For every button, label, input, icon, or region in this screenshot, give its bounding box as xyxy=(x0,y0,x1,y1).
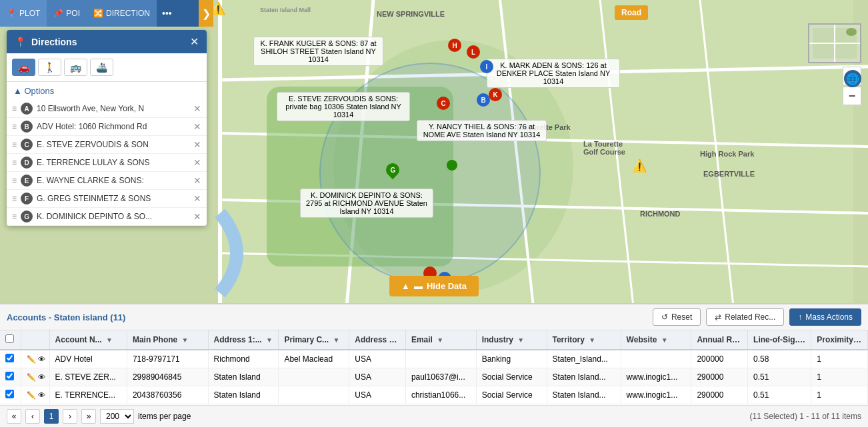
cell-addr1-0: Richmond xyxy=(208,350,279,368)
map-label-kugler: K. FRANK KUGLER & SONS: 87 at SHILOH STR… xyxy=(253,37,383,66)
data-table: Account N... ▼ Main Phone ▼ Address 1:..… xyxy=(0,330,868,404)
map-pin-H[interactable]: H xyxy=(448,39,461,52)
sort-icon-website: ▼ xyxy=(661,336,668,344)
edit-icon-0[interactable]: ✏️ xyxy=(27,355,36,364)
th-account-name[interactable]: Account N... ▼ xyxy=(49,330,127,350)
drag-handle-A[interactable]: ≡ xyxy=(12,104,17,113)
drag-handle-B[interactable]: ≡ xyxy=(12,122,17,131)
map-pin-I[interactable]: I xyxy=(480,60,493,73)
cell-checkbox-0[interactable] xyxy=(0,350,21,368)
direction-button[interactable]: 🔀 DIRECTION xyxy=(87,0,157,27)
transport-walk-button[interactable]: 🚶 xyxy=(38,59,61,76)
th-proximity[interactable]: Proximity ... ▼ xyxy=(811,330,868,350)
view-icon-0[interactable]: 👁 xyxy=(38,355,45,363)
globe-button[interactable]: 🌐 xyxy=(844,70,861,87)
header-actions: ↺ Reset ⇄ Related Rec... ↑ Mass Actions xyxy=(653,308,861,326)
th-website[interactable]: Website ▼ xyxy=(621,330,691,350)
th-address1b[interactable]: Address 1:... ▼ xyxy=(349,330,406,350)
waypoint-letter-D: D xyxy=(21,157,33,169)
drag-handle-F[interactable]: ≡ xyxy=(12,194,17,203)
transport-bus-button[interactable]: 🚌 xyxy=(64,59,87,76)
waypoint-input-E[interactable] xyxy=(37,176,189,185)
transport-car-button[interactable]: 🚗 xyxy=(12,59,35,76)
cell-addr1b-0: USA xyxy=(349,350,406,368)
waypoint-clear-G[interactable]: ✕ xyxy=(193,211,201,222)
waypoint-input-C[interactable] xyxy=(37,140,189,149)
page-last-button[interactable]: » xyxy=(81,409,96,424)
per-page-select[interactable]: 50 100 200 500 xyxy=(100,409,134,424)
drag-handle-D[interactable]: ≡ xyxy=(12,158,17,167)
options-toggle[interactable]: ▲ Options xyxy=(7,82,207,100)
more-options-button[interactable]: ••• xyxy=(157,4,177,23)
cell-annual-0: 200000 xyxy=(691,350,748,368)
th-address1[interactable]: Address 1:... ▼ xyxy=(208,330,279,350)
transport-boat-button[interactable]: 🚢 xyxy=(90,59,113,76)
waypoint-clear-A[interactable]: ✕ xyxy=(193,103,201,114)
page-first-button[interactable]: « xyxy=(7,409,21,424)
collapse-button[interactable]: ❯ xyxy=(199,0,213,27)
cell-checkbox-1[interactable] xyxy=(0,368,21,386)
reset-button[interactable]: ↺ Reset xyxy=(653,308,701,326)
cell-checkbox-2[interactable] xyxy=(0,386,21,404)
th-email[interactable]: Email ▼ xyxy=(405,330,476,350)
th-main-phone[interactable]: Main Phone ▼ xyxy=(127,330,208,350)
th-line-of-sig[interactable]: Line-of-Sig... ▼ xyxy=(748,330,811,350)
cell-proximity-0: 1 xyxy=(811,350,868,368)
mass-actions-icon: ↑ xyxy=(798,312,802,322)
page-next-button[interactable]: › xyxy=(63,409,77,424)
waypoints-list: ≡ A ✕ ≡ B ✕ ≡ C ✕ ≡ D ✕ ≡ E ✕ xyxy=(7,100,207,226)
map-pin-L[interactable]: L xyxy=(467,45,480,59)
cell-territory-0: Staten_Island... xyxy=(547,350,621,368)
waypoint-input-G[interactable] xyxy=(37,212,189,221)
cell-icons-1: ✏️ 👁 xyxy=(21,368,49,386)
page-prev-button[interactable]: ‹ xyxy=(25,409,40,424)
map-pin-K[interactable]: K xyxy=(489,88,502,101)
waypoint-input-F[interactable] xyxy=(37,194,189,203)
waypoint-clear-E[interactable]: ✕ xyxy=(193,175,201,186)
related-records-button[interactable]: ⇄ Related Rec... xyxy=(706,308,784,326)
select-all-checkbox[interactable] xyxy=(5,334,14,343)
page-1-button[interactable]: 1 xyxy=(44,409,59,424)
zoom-out-button[interactable]: − xyxy=(843,87,861,105)
waypoint-clear-C[interactable]: ✕ xyxy=(193,139,201,150)
related-icon: ⇄ xyxy=(715,312,721,322)
waypoint-input-A[interactable] xyxy=(37,104,189,113)
map-pin-green2[interactable] xyxy=(447,160,457,171)
drag-handle-G[interactable]: ≡ xyxy=(12,212,17,221)
waypoint-input-B[interactable] xyxy=(37,122,189,131)
map-pin-B[interactable]: B xyxy=(477,93,490,107)
waypoint-clear-D[interactable]: ✕ xyxy=(193,157,201,168)
drag-handle-C[interactable]: ≡ xyxy=(12,140,17,149)
waypoint-F: ≡ F ✕ xyxy=(7,190,207,208)
edit-icon-1[interactable]: ✏️ xyxy=(27,373,36,382)
waypoint-clear-B[interactable]: ✕ xyxy=(193,121,201,132)
waypoint-input-D[interactable] xyxy=(37,158,189,167)
sort-icon-email: ▼ xyxy=(437,336,443,344)
edit-icon-2[interactable]: ✏️ xyxy=(27,391,36,400)
drag-handle-E[interactable]: ≡ xyxy=(12,176,17,185)
table-header-row: Account N... ▼ Main Phone ▼ Address 1:..… xyxy=(0,330,868,350)
pagination: « ‹ 1 › » 50 100 200 500 items per page … xyxy=(0,405,868,427)
waypoint-clear-F[interactable]: ✕ xyxy=(193,193,201,204)
map-label-aden: K. MARK ADEN & SONS: 126 at DENKER PLACE… xyxy=(487,59,620,88)
mass-actions-button[interactable]: ↑ Mass Actions xyxy=(789,308,861,326)
th-territory[interactable]: Territory ▼ xyxy=(547,330,621,350)
poi-button[interactable]: 📌 POI xyxy=(47,0,87,27)
directions-close-button[interactable]: ✕ xyxy=(190,35,199,48)
view-icon-1[interactable]: 👁 xyxy=(38,373,45,381)
plot-button[interactable]: 📍 PLOT xyxy=(0,0,47,27)
directions-header: 📍 Directions ✕ xyxy=(7,30,207,53)
globe-icon: 🌐 xyxy=(846,73,859,85)
cell-line-0: 0.58 xyxy=(748,350,811,368)
plot-icon: 📍 xyxy=(7,9,17,18)
related-label: Related Rec... xyxy=(725,312,775,322)
cell-account-1: E. STEVE ZER... xyxy=(49,368,127,386)
th-industry[interactable]: Industry ▼ xyxy=(476,330,547,350)
hide-data-button[interactable]: ▲ ▬ Hide Data xyxy=(389,276,479,296)
view-icon-2[interactable]: 👁 xyxy=(38,391,45,399)
th-primary-c[interactable]: Primary C... ▼ xyxy=(279,330,349,350)
map-pin-C[interactable]: C xyxy=(437,97,450,110)
th-annual-re[interactable]: Annual Re... ▼ xyxy=(691,330,748,350)
waypoint-letter-G: G xyxy=(21,211,33,222)
directions-panel: 📍 Directions ✕ 🚗 🚶 🚌 🚢 ▲ Options ≡ A ✕ ≡… xyxy=(7,30,207,226)
